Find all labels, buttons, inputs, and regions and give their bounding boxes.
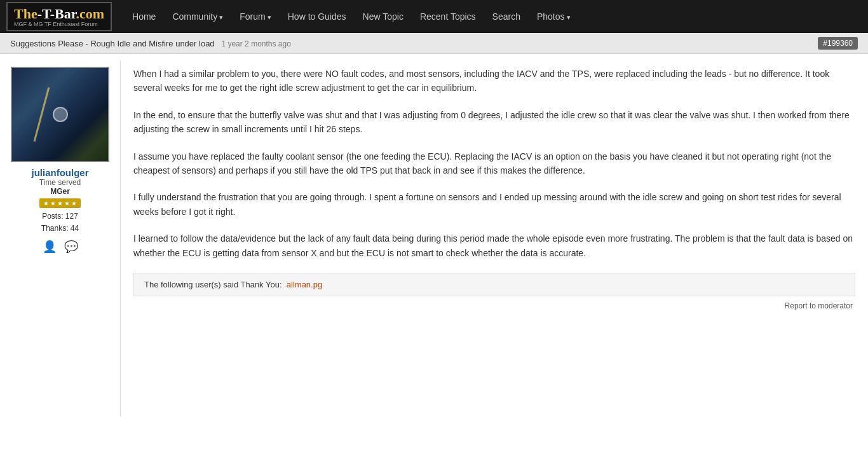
star-4: ★ [64,200,70,207]
star-1: ★ [43,200,49,207]
nav-item-home[interactable]: Home [125,8,163,25]
nav-bar: The-T-Bar.com MGF & MG TF Enthusiast For… [0,0,868,33]
user-title: MGer [50,187,70,196]
nav-item-guides[interactable]: How to Guides [280,8,354,25]
post-paragraph-1: When I had a similar problem to you, the… [133,67,855,95]
logo-subtitle: MGF & MG TF Enthusiast Forum [14,21,104,27]
username[interactable]: julianfoulger [32,167,89,178]
star-3: ★ [57,200,63,207]
breadcrumb-title[interactable]: Suggestions Please - Rough Idle and Misf… [10,39,215,48]
nav-item-forum[interactable]: Forum [232,8,279,25]
thank-you-user[interactable]: allman.pg [287,280,322,289]
post-paragraph-2: In the end, to ensure that the butterfly… [133,108,855,137]
breadcrumb-timestamp: 1 year 2 months ago [221,39,290,48]
report-to-moderator[interactable]: Report to moderator [133,301,855,310]
nav-item-community[interactable]: Community [165,8,231,25]
user-stats: Posts: 127 Thanks: 44 [41,210,79,235]
star-5: ★ [71,200,77,207]
nav-item-recent-topics[interactable]: Recent Topics [412,8,484,25]
thanks-count: 44 [71,224,79,233]
user-sidebar: julianfoulger Time served MGer ★ ★ ★ ★ ★… [0,60,121,416]
logo[interactable]: The-T-Bar.com MGF & MG TF Enthusiast For… [6,2,112,31]
rank-stars: ★ ★ ★ ★ ★ [39,198,81,208]
posts-count: 127 [65,212,78,221]
post-paragraph-3: I assume you have replaced the faulty co… [133,149,855,178]
user-actions: 👤 💬 [43,240,78,254]
nav-item-new-topic[interactable]: New Topic [355,8,411,25]
thank-you-prefix: The following user(s) said Thank You: [144,280,282,289]
nav-item-search[interactable]: Search [485,8,528,25]
post-paragraph-4: I fully understand the frustration that … [133,190,855,219]
post-id-badge: #199360 [818,37,858,50]
post-paragraph-5: I learned to follow the data/evidence bu… [133,231,855,260]
nav-links: Home Community Forum How to Guides New T… [125,8,862,25]
profile-icon[interactable]: 👤 [43,240,57,254]
breadcrumb: Suggestions Please - Rough Idle and Misf… [10,39,291,48]
post-content: When I had a similar problem to you, the… [121,60,868,416]
nav-item-photos[interactable]: Photos [529,8,578,25]
user-role: Time served [39,178,81,187]
posts-label: Posts: [42,212,63,221]
thanks-label: Thanks: [41,224,69,233]
message-icon[interactable]: 💬 [64,240,78,254]
breadcrumb-bar: Suggestions Please - Rough Idle and Misf… [0,33,868,54]
avatar [11,67,109,162]
star-2: ★ [50,200,56,207]
thank-you-box: The following user(s) said Thank You: al… [133,273,855,296]
main-content: julianfoulger Time served MGer ★ ★ ★ ★ ★… [0,54,868,423]
